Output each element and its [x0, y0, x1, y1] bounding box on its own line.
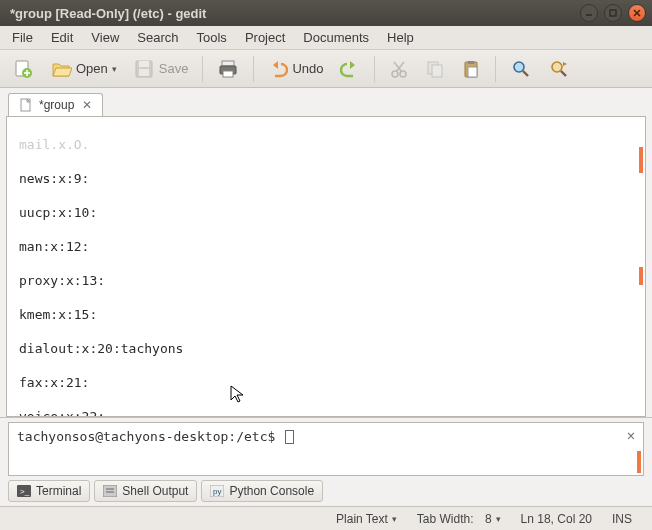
insert-mode[interactable]: INS: [602, 512, 642, 526]
terminal-prompt: tachyonsos@tachyons-desktop:/etc$: [17, 429, 283, 444]
save-label: Save: [159, 61, 189, 76]
toolbar: Open ▾ Save Undo: [0, 50, 652, 88]
change-marker: [637, 451, 641, 473]
cut-icon: [389, 59, 409, 79]
document-tabstrip: *group ✕: [0, 88, 652, 116]
tab-close-button[interactable]: ✕: [80, 98, 94, 112]
minimize-button[interactable]: [580, 4, 598, 22]
text-line: news:x:9:: [19, 170, 639, 187]
text-line: uucp:x:10:: [19, 204, 639, 221]
redo-icon: [340, 59, 360, 79]
text-line: dialout:x:20:tachyons: [19, 340, 639, 357]
close-button[interactable]: [628, 4, 646, 22]
tab-terminal[interactable]: >_ Terminal: [8, 480, 90, 502]
menu-file[interactable]: File: [4, 27, 41, 48]
svg-text:py: py: [213, 487, 221, 496]
svg-rect-10: [139, 69, 149, 76]
separator: [374, 56, 375, 82]
text-line: man:x:12:: [19, 238, 639, 255]
menu-project[interactable]: Project: [237, 27, 293, 48]
tab-label: *group: [39, 98, 74, 112]
panel-close-button[interactable]: ✕: [623, 427, 639, 443]
text-editor[interactable]: mail.x.O. news:x:9: uucp:x:10: man:x:12:…: [6, 116, 646, 417]
find-replace-button[interactable]: [542, 54, 576, 84]
text-line: kmem:x:15:: [19, 306, 639, 323]
svg-rect-30: [103, 485, 117, 497]
search-icon: [510, 58, 532, 80]
document-tab[interactable]: *group ✕: [8, 93, 103, 116]
copy-icon: [425, 59, 445, 79]
statusbar: Plain Text ▾ Tab Width: 8 ▾ Ln 18, Col 2…: [0, 506, 652, 530]
menu-view[interactable]: View: [83, 27, 127, 48]
shell-output-icon: [103, 485, 117, 497]
maximize-button[interactable]: [604, 4, 622, 22]
terminal-icon: >_: [17, 485, 31, 497]
separator: [495, 56, 496, 82]
text-line: mail.x.O.: [19, 136, 639, 153]
menu-search[interactable]: Search: [129, 27, 186, 48]
open-label: Open: [76, 61, 108, 76]
svg-rect-1: [610, 10, 616, 16]
separator: [253, 56, 254, 82]
undo-button[interactable]: Undo: [262, 54, 329, 84]
text-line: fax:x:21:: [19, 374, 639, 391]
find-replace-icon: [548, 58, 570, 80]
bottom-panel: tachyonsos@tachyons-desktop:/etc$ ✕: [0, 417, 652, 476]
bottom-tabstrip: >_ Terminal Shell Output py Python Conso…: [0, 476, 652, 506]
svg-point-23: [514, 62, 524, 72]
menu-help[interactable]: Help: [379, 27, 422, 48]
print-icon: [217, 58, 239, 80]
editor-pane: mail.x.O. news:x:9: uucp:x:10: man:x:12:…: [0, 116, 652, 417]
svg-rect-13: [223, 71, 233, 77]
svg-rect-19: [432, 65, 442, 77]
file-icon: [19, 98, 33, 112]
svg-line-26: [561, 71, 566, 76]
tab-shell-output[interactable]: Shell Output: [94, 480, 197, 502]
change-marker: [639, 147, 643, 173]
svg-rect-9: [139, 61, 149, 67]
save-button: Save: [127, 54, 195, 84]
open-button[interactable]: Open ▾: [44, 54, 123, 84]
change-marker: [639, 267, 643, 285]
text-line: voice:x:22:: [19, 408, 639, 417]
svg-line-24: [523, 71, 528, 76]
language-selector[interactable]: Plain Text ▾: [326, 512, 407, 526]
separator: [202, 56, 203, 82]
svg-rect-22: [468, 67, 477, 77]
chevron-down-icon: ▾: [112, 64, 117, 74]
print-button[interactable]: [211, 54, 245, 84]
copy-button: [419, 54, 451, 84]
python-icon: py: [210, 485, 224, 497]
svg-rect-21: [468, 61, 474, 64]
menu-documents[interactable]: Documents: [295, 27, 377, 48]
undo-icon: [268, 59, 288, 79]
cursor-position: Ln 18, Col 20: [511, 512, 602, 526]
chevron-down-icon: ▾: [392, 514, 397, 524]
terminal-cursor: [285, 430, 294, 444]
text-line: proxy:x:13:: [19, 272, 639, 289]
window-title: *group [Read-Only] (/etc) - gedit: [6, 6, 580, 21]
editor-content[interactable]: mail.x.O. news:x:9: uucp:x:10: man:x:12:…: [7, 117, 645, 417]
svg-point-25: [552, 62, 562, 72]
menu-edit[interactable]: Edit: [43, 27, 81, 48]
cut-button: [383, 54, 415, 84]
paste-button[interactable]: [455, 54, 487, 84]
window-controls: [580, 4, 646, 22]
menu-tools[interactable]: Tools: [189, 27, 235, 48]
redo-button[interactable]: [334, 54, 366, 84]
titlebar: *group [Read-Only] (/etc) - gedit: [0, 0, 652, 26]
save-icon: [133, 58, 155, 80]
new-file-button[interactable]: [6, 54, 40, 84]
undo-label: Undo: [292, 61, 323, 76]
svg-rect-11: [222, 61, 234, 66]
menubar: File Edit View Search Tools Project Docu…: [0, 26, 652, 50]
svg-text:>_: >_: [20, 487, 30, 496]
terminal[interactable]: tachyonsos@tachyons-desktop:/etc$ ✕: [8, 422, 644, 476]
folder-open-icon: [50, 58, 72, 80]
paste-icon: [461, 59, 481, 79]
new-file-icon: [12, 58, 34, 80]
chevron-down-icon: ▾: [496, 514, 501, 524]
tabwidth-selector[interactable]: Tab Width: 8 ▾: [407, 512, 511, 526]
find-button[interactable]: [504, 54, 538, 84]
tab-python-console[interactable]: py Python Console: [201, 480, 323, 502]
